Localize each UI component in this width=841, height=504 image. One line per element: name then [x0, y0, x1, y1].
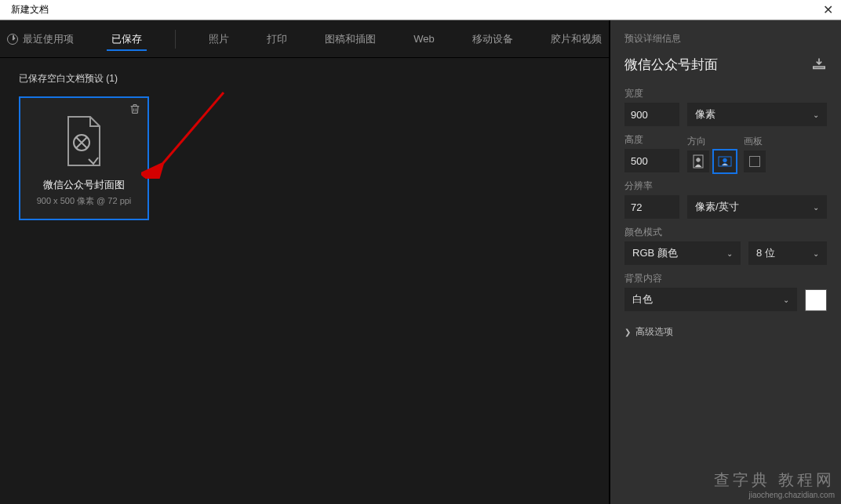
window-titlebar: 新建文档 ✕	[0, 0, 841, 20]
tab-label: 照片	[209, 32, 229, 46]
tab-mobile[interactable]: 移动设备	[468, 27, 518, 51]
preset-name-row: 微信公众号封面	[624, 56, 827, 74]
preset-name-field[interactable]: 微信公众号封面	[624, 56, 718, 74]
tab-label: 移动设备	[472, 32, 513, 46]
tab-label: 打印	[267, 32, 287, 46]
checkbox-box-icon	[749, 156, 760, 167]
left-area: 最近使用项 已保存 照片 打印 图稿和插图 Web 移动设备 胶片和视频 已保存…	[0, 20, 609, 504]
dropdown-value: RGB 颜色	[632, 246, 678, 260]
dropdown-value: 像素/英寸	[695, 200, 739, 214]
tab-label: Web	[413, 33, 435, 45]
dialog-body: 最近使用项 已保存 照片 打印 图稿和插图 Web 移动设备 胶片和视频 已保存…	[0, 20, 841, 504]
document-icon	[60, 114, 107, 169]
tab-separator	[175, 30, 176, 49]
orientation-landscape-button[interactable]	[714, 150, 736, 172]
preset-area: 已保存空白文档预设 (1) 微信公众号封面图 900 x 500 像素 @ 72…	[0, 58, 609, 234]
preset-meta: 900 x 500 像素 @ 72 ppi	[37, 195, 132, 207]
height-orient-row: 高度 方向 画板	[624, 134, 827, 172]
bit-depth-dropdown[interactable]: 8 位 ⌄	[748, 241, 827, 265]
svg-point-5	[723, 158, 727, 162]
tab-web[interactable]: Web	[409, 28, 439, 49]
svg-point-3	[697, 158, 701, 162]
dropdown-value: 8 位	[756, 246, 775, 260]
height-label: 高度	[624, 134, 679, 146]
artboard-label: 画板	[744, 136, 766, 147]
tab-photo[interactable]: 照片	[204, 27, 234, 51]
preset-card[interactable]: 微信公众号封面图 900 x 500 像素 @ 72 ppi	[19, 96, 149, 220]
save-preset-button[interactable]	[811, 57, 827, 72]
tab-print[interactable]: 打印	[262, 27, 292, 51]
orientation-label: 方向	[687, 136, 736, 147]
width-input[interactable]	[624, 103, 679, 126]
tab-label: 胶片和视频	[551, 32, 602, 46]
background-label: 背景内容	[624, 273, 827, 285]
width-unit-dropdown[interactable]: 像素 ⌄	[687, 103, 827, 126]
color-mode-dropdown[interactable]: RGB 颜色 ⌄	[624, 241, 741, 265]
background-color-swatch[interactable]	[805, 289, 827, 311]
tab-film[interactable]: 胶片和视频	[546, 27, 606, 51]
height-input[interactable]	[624, 149, 679, 172]
resolution-label: 分辨率	[624, 180, 827, 192]
dropdown-value: 像素	[695, 107, 715, 121]
background-dropdown[interactable]: 白色 ⌄	[624, 288, 797, 311]
color-mode-group: 颜色模式 RGB 颜色 ⌄ 8 位 ⌄	[624, 227, 827, 265]
tab-label: 最近使用项	[23, 32, 74, 46]
advanced-label: 高级选项	[635, 325, 673, 339]
details-header: 预设详细信息	[624, 33, 827, 45]
advanced-options-toggle[interactable]: ❯ 高级选项	[624, 325, 827, 339]
artboard-group: 画板	[744, 136, 766, 172]
resolution-unit-dropdown[interactable]: 像素/英寸 ⌄	[687, 195, 827, 219]
chevron-down-icon: ⌄	[783, 296, 789, 304]
resolution-input[interactable]	[624, 195, 679, 219]
tab-label: 已保存	[111, 32, 142, 46]
close-icon[interactable]: ✕	[823, 2, 833, 17]
chevron-down-icon: ⌄	[813, 203, 819, 212]
category-tabs: 最近使用项 已保存 照片 打印 图稿和插图 Web 移动设备 胶片和视频	[0, 20, 609, 58]
background-group: 背景内容 白色 ⌄	[624, 273, 827, 311]
chevron-right-icon: ❯	[624, 328, 631, 336]
window-title: 新建文档	[8, 3, 49, 16]
chevron-down-icon: ⌄	[813, 111, 819, 119]
tab-recent[interactable]: 最近使用项	[2, 27, 78, 51]
height-group: 高度	[624, 134, 679, 172]
preset-name: 微信公众号封面图	[43, 179, 125, 192]
landscape-icon	[718, 156, 732, 167]
artboard-checkbox[interactable]	[744, 150, 766, 172]
download-icon	[811, 57, 827, 70]
chevron-down-icon: ⌄	[813, 249, 819, 258]
preset-section-label: 已保存空白文档预设 (1)	[19, 72, 590, 85]
orientation-portrait-button[interactable]	[687, 150, 709, 172]
tab-art[interactable]: 图稿和插图	[320, 27, 380, 51]
resolution-group: 分辨率 像素/英寸 ⌄	[624, 180, 827, 219]
portrait-icon	[693, 154, 704, 169]
details-panel: 预设详细信息 微信公众号封面 宽度 像素 ⌄ 高度 方向	[609, 20, 841, 504]
clock-icon	[7, 34, 18, 45]
orientation-group: 方向	[687, 136, 736, 172]
width-label: 宽度	[624, 88, 827, 100]
trash-icon	[129, 103, 141, 115]
tab-saved[interactable]: 已保存	[107, 27, 147, 51]
width-group: 宽度 像素 ⌄	[624, 88, 827, 126]
color-mode-label: 颜色模式	[624, 227, 827, 238]
tab-label: 图稿和插图	[325, 32, 376, 46]
delete-preset-button[interactable]	[129, 103, 141, 118]
chevron-down-icon: ⌄	[726, 249, 733, 258]
dropdown-value: 白色	[632, 292, 653, 306]
